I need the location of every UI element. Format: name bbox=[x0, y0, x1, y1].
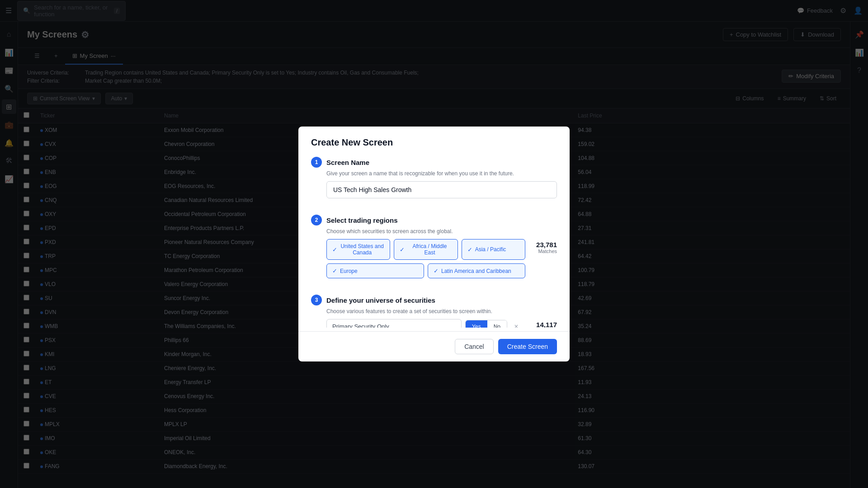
check-icon-3: ✓ bbox=[467, 246, 472, 253]
modal-body: 1 Screen Name Give your screen a name th… bbox=[298, 150, 570, 328]
step-1: 1 Screen Name Give your screen a name th… bbox=[311, 150, 557, 198]
step-1-number: 1 bbox=[311, 157, 322, 168]
primary-security-matches: 14,117 Matches bbox=[525, 319, 557, 328]
step-2-matches-label: Matches bbox=[525, 249, 557, 254]
check-icon-4: ✓ bbox=[332, 267, 337, 274]
regions-row-2: ✓ Europe ✓ Latin America and Caribbean bbox=[326, 263, 525, 278]
step-1-header: 1 Screen Name bbox=[311, 157, 557, 168]
step-2-description: Choose which securities to screen across… bbox=[311, 228, 557, 235]
step-3-number: 3 bbox=[311, 295, 322, 305]
check-icon-5: ✓ bbox=[434, 267, 439, 274]
region-asia-label: Asia / Pacific bbox=[475, 246, 506, 253]
no-button[interactable]: No bbox=[487, 320, 507, 328]
modal-footer: Cancel Create Screen bbox=[298, 331, 570, 361]
regions-row-1: ✓ United States and Canada ✓ Africa / Mi… bbox=[326, 239, 525, 260]
region-europe-label: Europe bbox=[340, 268, 358, 274]
yes-no-group: Yes No bbox=[465, 320, 507, 328]
primary-security-count: 14,117 bbox=[525, 321, 557, 328]
remove-primary-security-button[interactable]: × bbox=[511, 321, 522, 328]
cancel-button[interactable]: Cancel bbox=[455, 339, 494, 354]
step-2: 2 Select trading regions Choose which se… bbox=[311, 207, 557, 278]
check-icon-2: ✓ bbox=[400, 246, 405, 253]
region-us-canada-label: United States and Canada bbox=[340, 243, 384, 256]
step-2-matches: 23,781 Matches bbox=[525, 239, 557, 254]
modal-overlay: Create New Screen 1 Screen Name Give you… bbox=[0, 0, 868, 488]
step-2-content: ✓ United States and Canada ✓ Africa / Mi… bbox=[311, 239, 557, 278]
region-asia-pacific[interactable]: ✓ Asia / Pacific bbox=[462, 239, 525, 260]
region-latin-america[interactable]: ✓ Latin America and Caribbean bbox=[428, 263, 525, 278]
step-3: 3 Define your universe of securities Cho… bbox=[311, 287, 557, 328]
step-2-number: 2 bbox=[311, 215, 322, 225]
create-screen-modal: Create New Screen 1 Screen Name Give you… bbox=[298, 127, 570, 361]
step-3-title: Define your universe of securities bbox=[326, 296, 435, 304]
region-latin-label: Latin America and Caribbean bbox=[441, 268, 511, 274]
primary-security-row: Primary Security Only Yes No × 14,117 Ma… bbox=[311, 319, 557, 328]
step-2-matches-count: 23,781 bbox=[525, 241, 557, 249]
create-screen-button[interactable]: Create Screen bbox=[498, 339, 557, 354]
primary-security-label: Primary Security Only bbox=[326, 319, 462, 328]
region-europe[interactable]: ✓ Europe bbox=[326, 263, 424, 278]
step-2-title: Select trading regions bbox=[326, 216, 398, 224]
step-3-header: 3 Define your universe of securities bbox=[311, 295, 557, 305]
region-us-canada[interactable]: ✓ United States and Canada bbox=[326, 239, 390, 260]
step-1-description: Give your screen a name that is recogniz… bbox=[311, 170, 557, 177]
modal-header: Create New Screen bbox=[298, 127, 570, 150]
step-1-title: Screen Name bbox=[326, 159, 369, 166]
regions-container: ✓ United States and Canada ✓ Africa / Mi… bbox=[311, 239, 525, 278]
check-icon: ✓ bbox=[332, 246, 337, 253]
modal-title: Create New Screen bbox=[311, 137, 557, 148]
step-3-description: Choose various features to create a set … bbox=[311, 308, 557, 314]
region-africa-middle-east[interactable]: ✓ Africa / Middle East bbox=[394, 239, 458, 260]
screen-name-input[interactable] bbox=[326, 181, 557, 198]
step-2-header: 2 Select trading regions bbox=[311, 215, 557, 225]
region-africa-label: Africa / Middle East bbox=[407, 243, 452, 256]
yes-button[interactable]: Yes bbox=[466, 320, 487, 328]
